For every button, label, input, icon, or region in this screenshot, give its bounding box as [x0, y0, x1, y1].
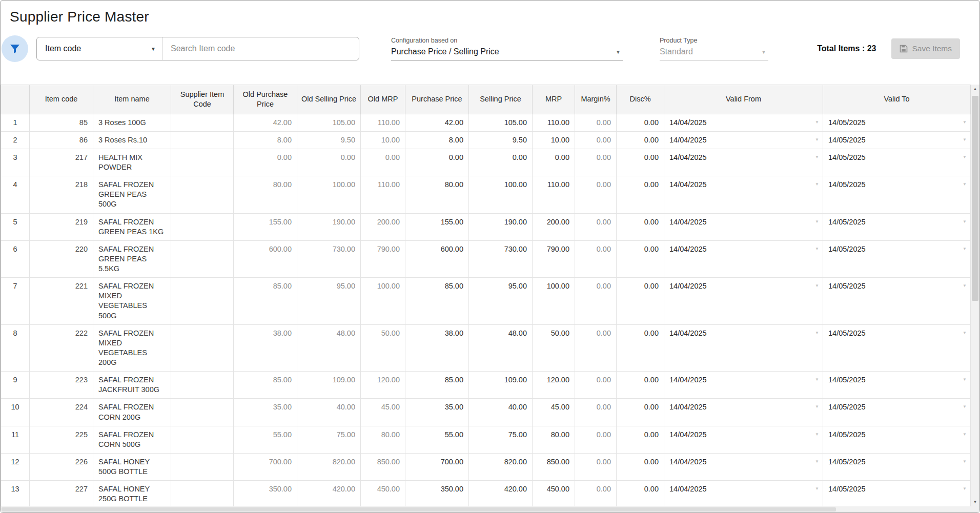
selling-price-cell[interactable]: 105.00 — [469, 114, 533, 131]
purchase-price-cell[interactable]: 0.00 — [405, 149, 469, 176]
valid-from-cell[interactable]: 14/04/2025▼ — [664, 131, 823, 149]
disc-cell[interactable]: 0.00 — [617, 324, 664, 372]
mrp-cell[interactable]: 0.00 — [533, 149, 575, 176]
margin-cell[interactable]: 0.00 — [575, 149, 617, 176]
scroll-up-icon[interactable]: ▲ — [971, 85, 979, 93]
margin-cell[interactable]: 0.00 — [575, 213, 617, 240]
supplier-item-code-cell[interactable] — [171, 426, 234, 453]
purchase-price-cell[interactable]: 85.00 — [405, 372, 469, 399]
valid-from-cell[interactable]: 14/04/2025▼ — [664, 453, 823, 480]
valid-from-cell[interactable]: 14/04/2025▼ — [664, 372, 823, 399]
mrp-cell[interactable]: 110.00 — [533, 176, 575, 213]
selling-price-cell[interactable]: 75.00 — [469, 426, 533, 453]
supplier-item-code-cell[interactable] — [171, 176, 234, 213]
supplier-item-code-cell[interactable] — [171, 399, 234, 426]
mrp-cell[interactable]: 110.00 — [533, 114, 575, 131]
valid-to-cell[interactable]: 14/05/2025▼ — [823, 176, 971, 213]
valid-from-cell[interactable]: 14/04/2025▼ — [664, 149, 823, 176]
disc-cell[interactable]: 0.00 — [617, 399, 664, 426]
margin-cell[interactable]: 0.00 — [575, 114, 617, 131]
valid-to-cell[interactable]: 14/05/2025▼ — [823, 240, 971, 277]
mrp-cell[interactable]: 100.00 — [533, 278, 575, 325]
margin-cell[interactable]: 0.00 — [575, 453, 617, 480]
valid-to-cell[interactable]: 14/05/2025▼ — [823, 372, 971, 399]
disc-cell[interactable]: 0.00 — [617, 176, 664, 213]
valid-from-cell[interactable]: 14/04/2025▼ — [664, 324, 823, 372]
valid-from-cell[interactable]: 14/04/2025▼ — [664, 114, 823, 131]
purchase-price-cell[interactable]: 55.00 — [405, 426, 469, 453]
selling-price-cell[interactable]: 40.00 — [469, 399, 533, 426]
purchase-price-cell[interactable]: 80.00 — [405, 176, 469, 213]
filter-button[interactable] — [2, 35, 28, 62]
save-items-button[interactable]: Save Items — [891, 38, 960, 59]
vertical-scrollbar[interactable]: ▲ ▼ — [971, 85, 979, 506]
valid-from-cell[interactable]: 14/04/2025▼ — [664, 176, 823, 213]
valid-from-cell[interactable]: 14/04/2025▼ — [664, 213, 823, 240]
supplier-item-code-cell[interactable] — [171, 278, 234, 325]
valid-to-cell[interactable]: 14/05/2025▼ — [823, 149, 971, 176]
supplier-item-code-cell[interactable] — [171, 213, 234, 240]
disc-cell[interactable]: 0.00 — [617, 481, 664, 506]
selling-price-cell[interactable]: 48.00 — [469, 324, 533, 372]
margin-cell[interactable]: 0.00 — [575, 240, 617, 277]
valid-to-cell[interactable]: 14/05/2025▼ — [823, 324, 971, 372]
margin-cell[interactable]: 0.00 — [575, 324, 617, 372]
supplier-item-code-cell[interactable] — [171, 453, 234, 480]
valid-to-cell[interactable]: 14/05/2025▼ — [823, 399, 971, 426]
valid-to-cell[interactable]: 14/05/2025▼ — [823, 278, 971, 325]
search-field-select[interactable]: Item code ▼ — [37, 37, 162, 60]
disc-cell[interactable]: 0.00 — [617, 114, 664, 131]
configuration-select[interactable]: Purchase Price / Selling Price ▼ — [391, 46, 623, 60]
mrp-cell[interactable]: 450.00 — [533, 481, 575, 506]
supplier-item-code-cell[interactable] — [171, 324, 234, 372]
purchase-price-cell[interactable]: 85.00 — [405, 278, 469, 325]
mrp-cell[interactable]: 850.00 — [533, 453, 575, 480]
selling-price-cell[interactable]: 730.00 — [469, 240, 533, 277]
disc-cell[interactable]: 0.00 — [617, 213, 664, 240]
selling-price-cell[interactable]: 0.00 — [469, 149, 533, 176]
margin-cell[interactable]: 0.00 — [575, 399, 617, 426]
mrp-cell[interactable]: 10.00 — [533, 131, 575, 149]
disc-cell[interactable]: 0.00 — [617, 372, 664, 399]
selling-price-cell[interactable]: 190.00 — [469, 213, 533, 240]
purchase-price-cell[interactable]: 155.00 — [405, 213, 469, 240]
margin-cell[interactable]: 0.00 — [575, 176, 617, 213]
disc-cell[interactable]: 0.00 — [617, 453, 664, 480]
purchase-price-cell[interactable]: 700.00 — [405, 453, 469, 480]
supplier-item-code-cell[interactable] — [171, 240, 234, 277]
purchase-price-cell[interactable]: 600.00 — [405, 240, 469, 277]
selling-price-cell[interactable]: 9.50 — [469, 131, 533, 149]
mrp-cell[interactable]: 50.00 — [533, 324, 575, 372]
selling-price-cell[interactable]: 100.00 — [469, 176, 533, 213]
purchase-price-cell[interactable]: 42.00 — [405, 114, 469, 131]
disc-cell[interactable]: 0.00 — [617, 240, 664, 277]
horizontal-scrollbar[interactable] — [1, 506, 971, 512]
margin-cell[interactable]: 0.00 — [575, 426, 617, 453]
mrp-cell[interactable]: 200.00 — [533, 213, 575, 240]
valid-to-cell[interactable]: 14/05/2025▼ — [823, 213, 971, 240]
margin-cell[interactable]: 0.00 — [575, 131, 617, 149]
valid-from-cell[interactable]: 14/04/2025▼ — [664, 278, 823, 325]
supplier-item-code-cell[interactable] — [171, 481, 234, 506]
mrp-cell[interactable]: 45.00 — [533, 399, 575, 426]
scroll-down-icon[interactable]: ▼ — [971, 498, 979, 506]
supplier-item-code-cell[interactable] — [171, 131, 234, 149]
disc-cell[interactable]: 0.00 — [617, 278, 664, 325]
margin-cell[interactable]: 0.00 — [575, 481, 617, 506]
purchase-price-cell[interactable]: 350.00 — [405, 481, 469, 506]
disc-cell[interactable]: 0.00 — [617, 149, 664, 176]
valid-from-cell[interactable]: 14/04/2025▼ — [664, 240, 823, 277]
purchase-price-cell[interactable]: 35.00 — [405, 399, 469, 426]
supplier-item-code-cell[interactable] — [171, 114, 234, 131]
selling-price-cell[interactable]: 820.00 — [469, 453, 533, 480]
mrp-cell[interactable]: 790.00 — [533, 240, 575, 277]
valid-from-cell[interactable]: 14/04/2025▼ — [664, 399, 823, 426]
supplier-item-code-cell[interactable] — [171, 149, 234, 176]
valid-from-cell[interactable]: 14/04/2025▼ — [664, 426, 823, 453]
supplier-item-code-cell[interactable] — [171, 372, 234, 399]
valid-to-cell[interactable]: 14/05/2025▼ — [823, 131, 971, 149]
purchase-price-cell[interactable]: 8.00 — [405, 131, 469, 149]
search-input[interactable] — [162, 37, 359, 60]
disc-cell[interactable]: 0.00 — [617, 131, 664, 149]
horizontal-scrollbar-thumb[interactable] — [2, 507, 836, 511]
